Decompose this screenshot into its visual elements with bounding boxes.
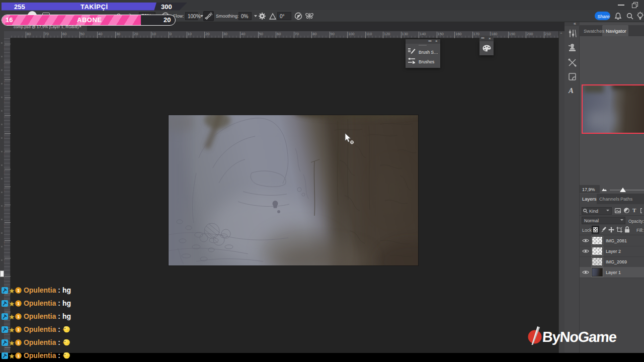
- svg-text:1: 1: [17, 327, 20, 332]
- svg-text:1: 1: [17, 301, 20, 306]
- svg-text:1: 1: [17, 353, 20, 358]
- svg-text:1: 1: [17, 340, 20, 345]
- svg-text:1: 1: [17, 314, 20, 319]
- svg-text:1: 1: [17, 288, 20, 293]
